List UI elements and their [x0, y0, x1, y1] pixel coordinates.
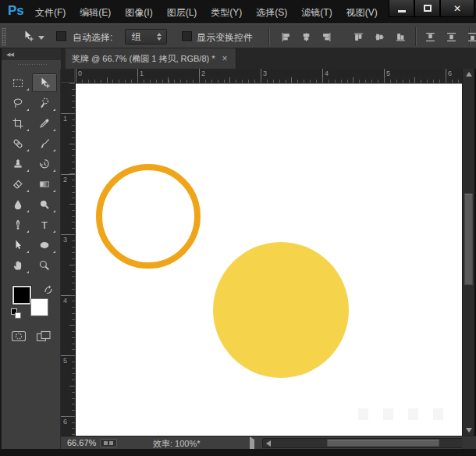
- quick-mask-button[interactable]: [11, 330, 27, 345]
- auto-select-dropdown[interactable]: 组: [125, 29, 167, 45]
- ruler-number: 0: [78, 69, 82, 77]
- ruler-number: 3: [263, 69, 267, 77]
- ruler-number: 2: [63, 176, 67, 183]
- align-bottom-edges-button[interactable]: [392, 28, 409, 45]
- ruler-number: 1: [63, 115, 67, 123]
- foreground-color-swatch[interactable]: [12, 286, 31, 305]
- minimize-icon: [398, 10, 406, 12]
- move-tool-preset-button[interactable]: [22, 30, 44, 45]
- tool-grid: T: [5, 73, 60, 276]
- collapse-panel-button[interactable]: ◀◀: [2, 48, 61, 60]
- align-vertical-centers-button[interactable]: [371, 28, 388, 45]
- status-bar: 66.67% 效率: 100%*: [61, 436, 476, 449]
- ruler-number: 5: [63, 357, 67, 365]
- default-colors-icon[interactable]: [11, 308, 22, 319]
- maximize-icon: [424, 5, 432, 12]
- clone-stamp-tool[interactable]: [5, 155, 30, 173]
- align-right-edges-button[interactable]: [318, 28, 335, 45]
- horizontal-ruler[interactable]: 0123456: [75, 69, 462, 83]
- background-color-swatch[interactable]: [30, 298, 48, 316]
- show-transform-checkbox[interactable]: [182, 31, 192, 41]
- close-button[interactable]: ✕: [440, 0, 474, 17]
- quick-selection-tool[interactable]: [32, 94, 57, 112]
- eyedropper-tool[interactable]: [32, 114, 57, 133]
- brush-tool[interactable]: [32, 134, 57, 153]
- gradient-tool[interactable]: [32, 175, 57, 194]
- ruler-major-tick: [61, 416, 75, 417]
- path-selection-tool[interactable]: [5, 236, 30, 255]
- horizontal-scrollbar-thumb[interactable]: [327, 440, 439, 447]
- document-tab[interactable]: 奖牌 @ 66.7% (椭圆 1 拷贝, RGB/8) * ×: [66, 48, 236, 69]
- maximize-button[interactable]: [414, 0, 440, 17]
- faint-watermark: [358, 408, 443, 420]
- canvas[interactable]: [75, 83, 462, 436]
- ruler-major-tick: [261, 69, 261, 83]
- distribute-vertical-centers-button[interactable]: [442, 28, 460, 45]
- hand-tool[interactable]: [5, 256, 30, 275]
- spot-healing-brush-tool[interactable]: [5, 134, 30, 153]
- tool-panel-grip[interactable]: [17, 63, 47, 66]
- vertical-scrollbar-thumb[interactable]: [464, 194, 473, 285]
- tool-panel-top: ◀◀: [0, 48, 61, 69]
- tab-close-icon[interactable]: ×: [222, 54, 228, 63]
- vertical-ruler[interactable]: 123456: [61, 83, 75, 436]
- history-brush-tool[interactable]: [32, 155, 57, 173]
- dodge-tool[interactable]: [32, 195, 57, 214]
- menu-item-1[interactable]: 编辑(E): [73, 1, 118, 23]
- menu-item-6[interactable]: 滤镜(T): [294, 1, 339, 23]
- menu-item-3[interactable]: 图层(L): [160, 1, 204, 23]
- ruler-major-tick: [61, 355, 75, 356]
- minimize-button[interactable]: [389, 0, 414, 17]
- pen-tool[interactable]: [5, 216, 30, 234]
- scroll-down-button[interactable]: [463, 425, 475, 436]
- menu-item-2[interactable]: 图像(I): [118, 1, 159, 23]
- scroll-left-button[interactable]: [263, 439, 273, 447]
- ruler-major-tick: [61, 113, 75, 114]
- type-tool[interactable]: T: [32, 216, 57, 234]
- vertical-scrollbar[interactable]: [462, 69, 474, 436]
- swap-colors-icon[interactable]: [44, 283, 53, 297]
- menu-item-5[interactable]: 选择(S): [249, 1, 294, 23]
- zoom-level-field[interactable]: 66.67%: [67, 438, 96, 447]
- arrow-down-icon: [466, 428, 472, 433]
- align-top-edges-button[interactable]: [350, 28, 367, 45]
- ruler-major-tick: [322, 69, 323, 83]
- eraser-tool[interactable]: [5, 175, 30, 194]
- separator: [268, 27, 269, 46]
- distribute-bottom-edges-button[interactable]: [464, 28, 476, 45]
- blur-tool[interactable]: [5, 195, 30, 214]
- ruler-corner: [61, 69, 75, 83]
- ellipse-tool[interactable]: [32, 236, 57, 255]
- separator: [415, 27, 416, 46]
- window-controls: ✕: [389, 0, 474, 17]
- menu-item-8[interactable]: 窗口(W): [385, 1, 387, 23]
- ruler-major-tick: [446, 69, 446, 83]
- menu-item-0[interactable]: 文件(F): [28, 1, 73, 23]
- status-badge-icon[interactable]: [100, 439, 117, 447]
- zoom-tool[interactable]: [32, 256, 57, 275]
- ruler-major-tick: [61, 174, 75, 175]
- tab-bar: ◀◀ 奖牌 @ 66.7% (椭圆 1 拷贝, RGB/8) * ×: [0, 48, 476, 69]
- distribute-top-edges-button[interactable]: [421, 28, 439, 45]
- crop-tool[interactable]: [5, 114, 30, 133]
- spinner-arrows-icon: [155, 33, 164, 41]
- scroll-up-button[interactable]: [463, 69, 475, 80]
- screen-mode-button[interactable]: [36, 330, 52, 345]
- svg-text:T: T: [41, 219, 48, 231]
- lasso-tool[interactable]: [5, 94, 30, 112]
- ruler-major-tick: [199, 69, 200, 83]
- options-bar-grip[interactable]: [2, 27, 6, 46]
- ruler-number: 5: [386, 69, 390, 77]
- move-tool[interactable]: [32, 73, 57, 92]
- align-horizontal-centers-button[interactable]: [297, 28, 314, 45]
- ruler-number: 1: [140, 69, 144, 77]
- align-left-edges-button[interactable]: [277, 28, 294, 45]
- rectangular-marquee-tool[interactable]: [5, 73, 30, 92]
- horizontal-scrollbar[interactable]: [262, 438, 476, 448]
- auto-select-checkbox[interactable]: [56, 31, 66, 41]
- ellipse-filled-shape: [213, 242, 349, 378]
- menu-item-4[interactable]: 类型(Y): [204, 1, 249, 23]
- ruler-major-tick: [384, 69, 385, 83]
- menu-item-7[interactable]: 视图(V): [339, 1, 385, 23]
- arrow-up-icon: [466, 72, 472, 77]
